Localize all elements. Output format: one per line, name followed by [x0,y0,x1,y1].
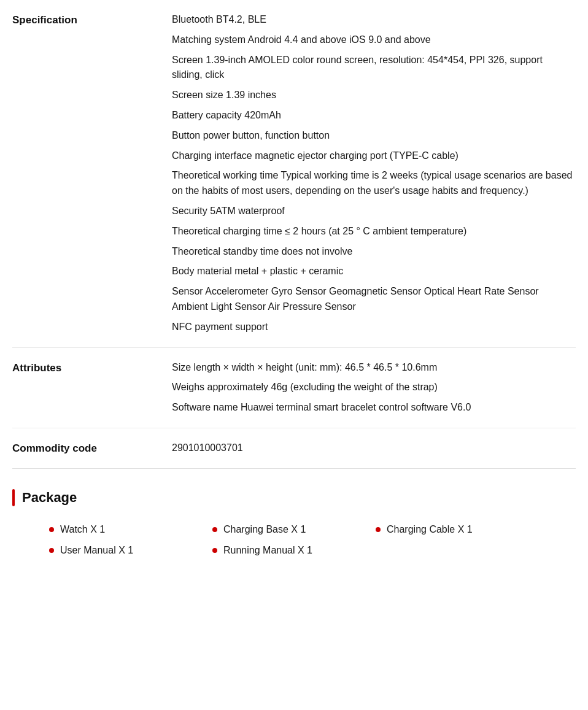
package-column: Charging Base X 1Running Manual X 1 [212,522,376,564]
attributes-value-item: Weighs approximately 46g (excluding the … [172,380,576,395]
package-item: Charging Cable X 1 [376,522,539,537]
specification-value-item: Screen size 1.39 inches [172,88,576,103]
package-section: Package Watch X 1User Manual X 1Charging… [12,469,576,576]
commodity-code-label: Commodity code [12,441,172,457]
package-column: Watch X 1User Manual X 1 [49,522,212,564]
package-item: User Manual X 1 [49,543,212,558]
package-item: Running Manual X 1 [212,543,376,558]
commodity-code-value: 2901010003701 [172,441,576,457]
attributes-values: Size length × width × height (unit: mm):… [172,360,576,415]
page-wrapper: Specification Bluetooth BT4.2, BLEMatchi… [0,0,588,576]
specification-value-item: Sensor Accelerometer Gyro Sensor Geomagn… [172,284,576,315]
specification-value-item: Bluetooth BT4.2, BLE [172,12,576,28]
package-item: Watch X 1 [49,522,212,537]
specification-value-item: Charging interface magnetic ejector char… [172,149,576,164]
specification-value-item: Screen 1.39-inch AMOLED color round scre… [172,53,576,83]
attributes-value-item: Software name Huawei terminal smart brac… [172,400,576,415]
specification-value-item: Button power button, function button [172,128,576,144]
specification-value-item: Theoretical standby time does not involv… [172,244,576,260]
specification-value-item: Theoretical charging time ≤ 2 hours (at … [172,224,576,239]
package-item: Charging Base X 1 [212,522,376,537]
attributes-value-item: Size length × width × height (unit: mm):… [172,360,576,376]
specification-value-item: Security 5ATM waterproof [172,204,576,219]
specification-section: Specification Bluetooth BT4.2, BLEMatchi… [12,0,576,469]
specification-label: Specification [12,12,172,335]
attributes-row: Attributes Size length × width × height … [12,348,576,428]
package-column: Charging Cable X 1 [376,522,539,564]
attributes-label: Attributes [12,360,172,415]
specification-value-item: Matching system Android 4.4 and above iO… [172,33,576,48]
specification-value-item: NFC payment support [172,320,576,335]
specification-values: Bluetooth BT4.2, BLEMatching system Andr… [172,12,576,335]
package-title: Package [22,487,77,507]
specification-value-item: Battery capacity 420mAh [172,108,576,123]
specification-row: Specification Bluetooth BT4.2, BLEMatchi… [12,0,576,348]
package-items: Watch X 1User Manual X 1Charging Base X … [12,522,576,564]
specification-value-item: Body material metal + plastic + ceramic [172,264,576,279]
package-header: Package [12,487,576,507]
commodity-code-row: Commodity code 2901010003701 [12,428,576,469]
specification-value-item: Theoretical working time Typical working… [172,168,576,199]
package-accent-bar [12,489,15,506]
